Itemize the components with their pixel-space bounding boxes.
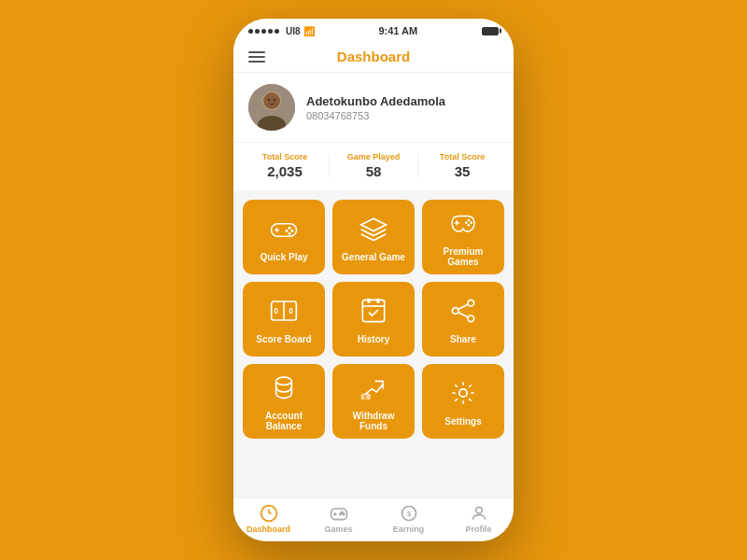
premium-games-label: Premium Games <box>428 246 499 267</box>
svg-point-31 <box>452 307 458 314</box>
svg-point-5 <box>268 99 270 101</box>
nav-earning[interactable]: $ Earning <box>374 504 444 534</box>
svg-rect-27 <box>367 298 370 302</box>
withdraw-funds-button[interactable]: $ Withdraw Funds <box>332 364 415 439</box>
signal-dots <box>248 29 279 34</box>
svg-text:$: $ <box>363 394 367 401</box>
carrier-label: UI8 <box>286 26 301 36</box>
svg-point-30 <box>468 300 474 306</box>
share-icon <box>449 297 477 329</box>
nav-games[interactable]: Games <box>303 504 374 534</box>
nav-earning-label: Earning <box>393 525 425 534</box>
svg-point-18 <box>468 219 471 222</box>
svg-point-12 <box>291 229 294 231</box>
stat-value-1: 2,035 <box>267 163 303 179</box>
profile-icon <box>470 504 488 523</box>
battery-icon <box>482 27 499 35</box>
profile-name: Adetokunbo Adedamola <box>306 94 499 108</box>
stat-value-3: 35 <box>455 163 471 179</box>
time-label: 9:41 AM <box>378 25 417 36</box>
withdraw-funds-label: Withdraw Funds <box>338 411 409 431</box>
nav-profile-label: Profile <box>465 525 491 534</box>
svg-text:$: $ <box>406 510 411 518</box>
history-label: History <box>358 334 389 344</box>
history-icon <box>359 297 388 329</box>
profile-card: Adetokunbo Adedamola 08034768753 <box>233 73 514 142</box>
profile-info: Adetokunbo Adedamola 08034768753 <box>306 94 499 121</box>
svg-point-32 <box>468 315 474 322</box>
share-button[interactable]: Share <box>422 282 504 357</box>
stat-label-1: Total Score <box>262 152 307 161</box>
layers-icon <box>359 215 388 246</box>
hamburger-line-1 <box>248 51 265 53</box>
general-game-button[interactable]: General Game <box>332 200 415 274</box>
history-button[interactable]: History <box>332 282 415 357</box>
svg-point-19 <box>470 221 472 224</box>
svg-point-47 <box>339 513 341 515</box>
svg-point-50 <box>475 507 482 513</box>
svg-text:0: 0 <box>289 306 293 315</box>
stat-label-2: Game Played <box>347 152 401 161</box>
profile-phone: 08034768753 <box>306 110 499 121</box>
account-balance-label: Account Balance <box>248 411 319 431</box>
stat-total-score-1: Total Score 2,035 <box>248 152 321 179</box>
share-label: Share <box>450 334 476 344</box>
svg-point-20 <box>465 221 468 224</box>
menu-grid: Quick Play General Game <box>233 190 514 442</box>
nav-dashboard-label: Dashboard <box>247 525 290 534</box>
games-icon <box>330 504 348 523</box>
stat-value-2: 58 <box>366 163 382 179</box>
hamburger-menu[interactable] <box>248 51 265 63</box>
earning-icon: $ <box>400 504 418 523</box>
bottom-nav: Dashboard Games $ Earning <box>233 497 514 541</box>
settings-label: Settings <box>444 416 481 427</box>
svg-text:0: 0 <box>274 306 278 315</box>
settings-button[interactable]: Settings <box>422 364 504 439</box>
stats-row: Total Score 2,035 Game Played 58 Total S… <box>233 142 514 190</box>
svg-point-4 <box>263 92 280 109</box>
nav-games-label: Games <box>324 525 352 534</box>
svg-point-38 <box>459 388 467 396</box>
svg-line-34 <box>458 312 468 316</box>
main-content: Adetokunbo Adedamola 08034768753 Total S… <box>233 73 514 497</box>
svg-line-33 <box>458 304 468 309</box>
general-game-label: General Game <box>342 252 405 262</box>
coins-icon <box>270 373 298 405</box>
quick-play-button[interactable]: Quick Play <box>243 200 325 274</box>
svg-rect-26 <box>362 300 384 321</box>
account-balance-button[interactable]: Account Balance <box>243 364 325 439</box>
score-board-button[interactable]: 0 0 Score Board <box>243 282 325 357</box>
status-bar: UI8 📶 9:41 AM <box>233 19 514 41</box>
nav-dashboard[interactable]: Dashboard <box>233 504 303 534</box>
controller-icon <box>449 209 477 241</box>
svg-marker-15 <box>361 218 387 231</box>
svg-point-21 <box>468 224 471 227</box>
nav-profile[interactable]: Profile <box>444 504 514 534</box>
withdraw-icon: $ <box>359 373 388 405</box>
settings-icon <box>449 379 477 411</box>
stat-label-3: Total Score <box>440 152 485 161</box>
stat-total-score-2: Total Score 35 <box>426 152 499 179</box>
dashboard-icon <box>260 504 278 523</box>
hamburger-line-3 <box>248 61 265 63</box>
svg-point-13 <box>286 229 289 231</box>
score-board-label: Score Board <box>256 334 311 344</box>
gamepad-icon <box>270 215 298 246</box>
svg-point-11 <box>289 226 291 229</box>
hamburger-line-2 <box>248 56 265 58</box>
svg-point-46 <box>343 513 345 515</box>
scoreboard-icon: 0 0 <box>270 297 298 329</box>
phone-frame: UI8 📶 9:41 AM Dashboard <box>233 19 514 541</box>
stat-game-played: Game Played 58 <box>337 152 410 179</box>
avatar <box>248 84 295 131</box>
quick-play-label: Quick Play <box>260 252 307 262</box>
status-right <box>482 27 499 35</box>
svg-point-35 <box>276 377 292 385</box>
page-title: Dashboard <box>337 49 410 64</box>
stat-divider-1 <box>329 154 330 177</box>
svg-rect-28 <box>376 298 379 302</box>
wifi-icon: 📶 <box>303 26 315 36</box>
status-left: UI8 📶 <box>248 26 315 36</box>
stat-divider-2 <box>417 154 418 177</box>
premium-games-button[interactable]: Premium Games <box>422 200 504 274</box>
